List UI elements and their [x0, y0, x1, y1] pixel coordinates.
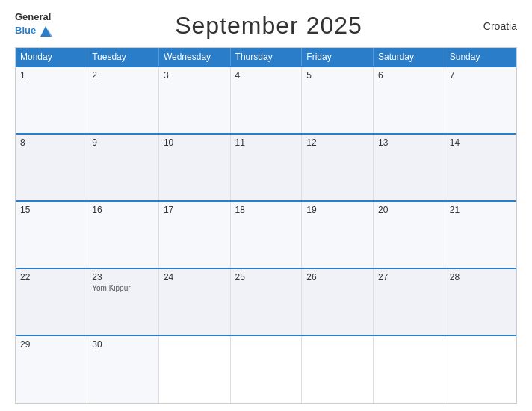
- cell-week1-day4: 4: [230, 67, 302, 134]
- day-number: 27: [378, 272, 440, 282]
- cell-week2-day4: 11: [230, 134, 302, 201]
- cell-week5-day3: [158, 336, 230, 403]
- cell-week4-day1: 22: [16, 268, 87, 336]
- logo: General Blue: [15, 12, 54, 39]
- cell-week1-day3: 3: [158, 67, 230, 134]
- header: General Blue September 2025 Croatia: [15, 12, 517, 40]
- cell-week2-day1: 8: [16, 134, 87, 201]
- cell-week2-day7: 14: [445, 134, 516, 201]
- weekday-header-row: Monday Tuesday Wednesday Thursday Friday…: [16, 48, 516, 67]
- week-row-1: 1234567: [16, 67, 516, 134]
- day-number: 25: [235, 272, 297, 282]
- cell-week2-day2: 9: [87, 134, 159, 201]
- header-thursday: Thursday: [230, 48, 302, 67]
- calendar-title: September 2025: [175, 12, 362, 40]
- week-row-5: 2930: [16, 336, 516, 403]
- header-wednesday: Wednesday: [158, 48, 230, 67]
- logo-icon: [37, 23, 54, 40]
- logo-general-text: General: [15, 12, 51, 22]
- cell-week5-day6: [374, 336, 445, 403]
- cell-week3-day5: 19: [302, 201, 374, 268]
- cell-week4-day5: 26: [302, 268, 374, 336]
- cell-week3-day7: 21: [445, 201, 516, 268]
- day-number: 17: [164, 205, 226, 215]
- header-tuesday: Tuesday: [87, 48, 159, 67]
- cell-week4-day6: 27: [374, 268, 445, 336]
- header-monday: Monday: [16, 48, 87, 67]
- header-friday: Friday: [302, 48, 374, 67]
- header-sunday: Sunday: [445, 48, 516, 67]
- cell-week1-day2: 2: [87, 67, 159, 134]
- day-number: 26: [306, 272, 368, 282]
- cell-week2-day3: 10: [158, 134, 230, 201]
- day-number: 30: [92, 339, 154, 350]
- cell-week3-day2: 16: [87, 201, 159, 268]
- cell-week1-day5: 5: [302, 67, 374, 134]
- cell-week3-day4: 18: [230, 201, 302, 268]
- day-number: 8: [20, 137, 82, 148]
- day-number: 10: [164, 137, 226, 148]
- cell-week3-day3: 17: [158, 201, 230, 268]
- cell-week1-day1: 1: [16, 67, 87, 134]
- day-number: 15: [20, 205, 82, 215]
- cell-week4-day3: 24: [158, 268, 230, 336]
- calendar: Monday Tuesday Wednesday Thursday Friday…: [15, 47, 517, 404]
- week-row-3: 15161718192021: [16, 201, 516, 268]
- day-number: 14: [450, 137, 512, 148]
- cell-week4-day7: 28: [445, 268, 516, 336]
- day-number: 11: [235, 137, 297, 148]
- day-number: 4: [235, 70, 297, 81]
- day-number: 29: [20, 339, 82, 350]
- cell-week5-day1: 29: [16, 336, 87, 403]
- cell-week2-day5: 12: [302, 134, 374, 201]
- day-number: 28: [450, 272, 512, 282]
- day-number: 1: [20, 70, 82, 81]
- country-label: Croatia: [483, 20, 517, 32]
- day-number: 22: [20, 272, 82, 282]
- cell-week3-day6: 20: [374, 201, 445, 268]
- cell-week1-day6: 6: [374, 67, 445, 134]
- event-label: Yom Kippur: [92, 284, 130, 292]
- day-number: 5: [306, 70, 368, 81]
- day-number: 2: [92, 70, 154, 81]
- week-row-4: 2223Yom Kippur2425262728: [16, 268, 516, 336]
- cell-week4-day2: 23Yom Kippur: [87, 268, 159, 336]
- cell-week5-day2: 30: [87, 336, 159, 403]
- day-number: 21: [450, 205, 512, 215]
- cell-week1-day7: 7: [445, 67, 516, 134]
- cell-week2-day6: 13: [374, 134, 445, 201]
- logo-blue-text: Blue: [15, 25, 36, 36]
- day-number: 18: [235, 205, 297, 215]
- day-number: 16: [92, 205, 154, 215]
- cell-week5-day7: [445, 336, 516, 403]
- header-saturday: Saturday: [374, 48, 445, 67]
- day-number: 12: [306, 137, 368, 148]
- day-number: 3: [164, 70, 226, 81]
- cell-week5-day4: [230, 336, 302, 403]
- day-number: 7: [450, 70, 512, 81]
- week-row-2: 891011121314: [16, 134, 516, 201]
- day-number: 19: [306, 205, 368, 215]
- cell-week3-day1: 15: [16, 201, 87, 268]
- day-number: 20: [378, 205, 440, 215]
- cell-week5-day5: [302, 336, 374, 403]
- page: General Blue September 2025 Croatia Mond…: [0, 0, 532, 411]
- day-number: 24: [164, 272, 226, 282]
- day-number: 13: [378, 137, 440, 148]
- day-number: 9: [92, 137, 154, 148]
- day-number: 23: [92, 272, 154, 282]
- cell-week4-day4: 25: [230, 268, 302, 336]
- day-number: 6: [378, 70, 440, 81]
